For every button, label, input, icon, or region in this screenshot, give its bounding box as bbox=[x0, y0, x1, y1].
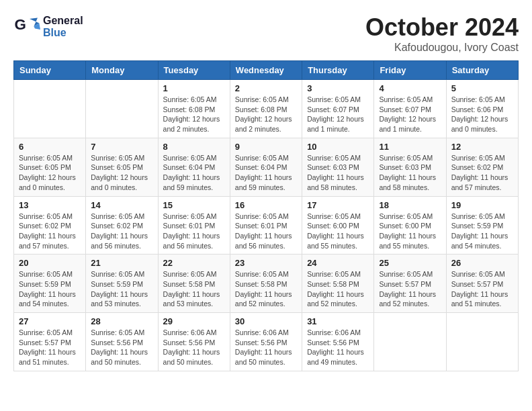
day-number: 10 bbox=[307, 142, 369, 152]
day-info: Sunrise: 6:05 AM Sunset: 6:02 PM Dayligh… bbox=[19, 212, 81, 251]
table-row: 12Sunrise: 6:05 AM Sunset: 6:02 PM Dayli… bbox=[446, 138, 518, 196]
header-monday: Monday bbox=[86, 61, 158, 80]
day-number: 14 bbox=[91, 200, 152, 210]
day-info: Sunrise: 6:05 AM Sunset: 6:01 PM Dayligh… bbox=[235, 212, 297, 251]
day-info: Sunrise: 6:05 AM Sunset: 6:03 PM Dayligh… bbox=[307, 153, 369, 193]
day-number: 16 bbox=[235, 200, 297, 210]
header-friday: Friday bbox=[374, 61, 446, 80]
calendar-table: Sunday Monday Tuesday Wednesday Thursday… bbox=[13, 60, 519, 371]
day-number: 27 bbox=[19, 316, 81, 326]
table-row: 11Sunrise: 6:05 AM Sunset: 6:03 PM Dayli… bbox=[374, 138, 446, 196]
day-info: Sunrise: 6:05 AM Sunset: 5:58 PM Dayligh… bbox=[307, 269, 369, 309]
table-row: 7Sunrise: 6:05 AM Sunset: 6:05 PM Daylig… bbox=[86, 138, 158, 196]
svg-text:G: G bbox=[15, 16, 26, 33]
day-number: 24 bbox=[307, 258, 369, 268]
logo: G General Blue bbox=[13, 13, 83, 40]
day-info: Sunrise: 6:05 AM Sunset: 6:00 PM Dayligh… bbox=[307, 212, 369, 251]
table-row bbox=[14, 80, 86, 138]
day-number: 8 bbox=[163, 142, 225, 152]
day-info: Sunrise: 6:05 AM Sunset: 5:58 PM Dayligh… bbox=[235, 269, 297, 309]
day-info: Sunrise: 6:05 AM Sunset: 6:04 PM Dayligh… bbox=[235, 153, 297, 193]
day-info: Sunrise: 6:06 AM Sunset: 5:56 PM Dayligh… bbox=[235, 328, 297, 367]
table-row: 31Sunrise: 6:06 AM Sunset: 5:56 PM Dayli… bbox=[302, 313, 374, 371]
day-number: 26 bbox=[451, 258, 513, 268]
day-info: Sunrise: 6:05 AM Sunset: 5:59 PM Dayligh… bbox=[91, 269, 152, 309]
day-info: Sunrise: 6:05 AM Sunset: 5:56 PM Dayligh… bbox=[91, 328, 152, 367]
table-row: 14Sunrise: 6:05 AM Sunset: 6:02 PM Dayli… bbox=[86, 196, 158, 255]
table-row: 27Sunrise: 6:05 AM Sunset: 5:57 PM Dayli… bbox=[14, 313, 86, 371]
day-info: Sunrise: 6:05 AM Sunset: 5:57 PM Dayligh… bbox=[451, 269, 513, 309]
logo-text: General Blue bbox=[43, 15, 83, 38]
day-info: Sunrise: 6:05 AM Sunset: 5:57 PM Dayligh… bbox=[19, 328, 81, 367]
day-info: Sunrise: 6:05 AM Sunset: 6:07 PM Dayligh… bbox=[307, 95, 369, 134]
table-row: 25Sunrise: 6:05 AM Sunset: 5:57 PM Dayli… bbox=[374, 255, 446, 313]
day-info: Sunrise: 6:05 AM Sunset: 6:01 PM Dayligh… bbox=[163, 212, 225, 251]
calendar-week-4: 20Sunrise: 6:05 AM Sunset: 5:59 PM Dayli… bbox=[14, 255, 519, 313]
header-thursday: Thursday bbox=[302, 61, 374, 80]
day-info: Sunrise: 6:05 AM Sunset: 6:04 PM Dayligh… bbox=[163, 153, 225, 193]
logo-blue-text: Blue bbox=[43, 27, 83, 39]
header-wednesday: Wednesday bbox=[230, 61, 302, 80]
table-row bbox=[86, 80, 158, 138]
calendar-header-row: Sunday Monday Tuesday Wednesday Thursday… bbox=[14, 61, 519, 80]
logo-general-text: General bbox=[43, 15, 83, 27]
day-info: Sunrise: 6:05 AM Sunset: 5:58 PM Dayligh… bbox=[163, 269, 225, 309]
calendar-week-3: 13Sunrise: 6:05 AM Sunset: 6:02 PM Dayli… bbox=[14, 196, 519, 255]
day-number: 15 bbox=[163, 200, 225, 210]
table-row: 16Sunrise: 6:05 AM Sunset: 6:01 PM Dayli… bbox=[230, 196, 302, 255]
table-row: 6Sunrise: 6:05 AM Sunset: 6:05 PM Daylig… bbox=[14, 138, 86, 196]
day-number: 5 bbox=[451, 83, 513, 93]
table-row: 26Sunrise: 6:05 AM Sunset: 5:57 PM Dayli… bbox=[446, 255, 518, 313]
table-row: 29Sunrise: 6:06 AM Sunset: 5:56 PM Dayli… bbox=[158, 313, 230, 371]
table-row bbox=[446, 313, 518, 371]
table-row: 5Sunrise: 6:05 AM Sunset: 6:06 PM Daylig… bbox=[446, 80, 518, 138]
day-info: Sunrise: 6:05 AM Sunset: 6:05 PM Dayligh… bbox=[91, 153, 152, 193]
table-row: 19Sunrise: 6:05 AM Sunset: 5:59 PM Dayli… bbox=[446, 196, 518, 255]
table-row: 8Sunrise: 6:05 AM Sunset: 6:04 PM Daylig… bbox=[158, 138, 230, 196]
day-number: 31 bbox=[307, 316, 369, 326]
header-saturday: Saturday bbox=[446, 61, 518, 80]
table-row: 9Sunrise: 6:05 AM Sunset: 6:04 PM Daylig… bbox=[230, 138, 302, 196]
day-number: 17 bbox=[307, 200, 369, 210]
day-info: Sunrise: 6:05 AM Sunset: 6:02 PM Dayligh… bbox=[451, 153, 513, 193]
day-number: 28 bbox=[91, 316, 152, 326]
location-text: Kafoudougou, Ivory Coast bbox=[365, 42, 519, 54]
table-row bbox=[374, 313, 446, 371]
page-header: G General Blue October 2024 Kafoudougou,… bbox=[13, 13, 519, 54]
day-info: Sunrise: 6:05 AM Sunset: 6:00 PM Dayligh… bbox=[379, 212, 441, 251]
day-number: 29 bbox=[163, 316, 225, 326]
day-number: 30 bbox=[235, 316, 297, 326]
day-info: Sunrise: 6:05 AM Sunset: 6:02 PM Dayligh… bbox=[91, 212, 152, 251]
calendar-week-5: 27Sunrise: 6:05 AM Sunset: 5:57 PM Dayli… bbox=[14, 313, 519, 371]
day-info: Sunrise: 6:05 AM Sunset: 5:59 PM Dayligh… bbox=[451, 212, 513, 251]
table-row: 18Sunrise: 6:05 AM Sunset: 6:00 PM Dayli… bbox=[374, 196, 446, 255]
day-number: 25 bbox=[379, 258, 441, 268]
day-info: Sunrise: 6:05 AM Sunset: 6:03 PM Dayligh… bbox=[379, 153, 441, 193]
table-row: 28Sunrise: 6:05 AM Sunset: 5:56 PM Dayli… bbox=[86, 313, 158, 371]
table-row: 10Sunrise: 6:05 AM Sunset: 6:03 PM Dayli… bbox=[302, 138, 374, 196]
day-number: 19 bbox=[451, 200, 513, 210]
day-info: Sunrise: 6:06 AM Sunset: 5:56 PM Dayligh… bbox=[163, 328, 225, 367]
day-number: 11 bbox=[379, 142, 441, 152]
day-number: 22 bbox=[163, 258, 225, 268]
day-number: 13 bbox=[19, 200, 81, 210]
table-row: 3Sunrise: 6:05 AM Sunset: 6:07 PM Daylig… bbox=[302, 80, 374, 138]
calendar-week-1: 1Sunrise: 6:05 AM Sunset: 6:08 PM Daylig… bbox=[14, 80, 519, 138]
day-number: 6 bbox=[19, 142, 81, 152]
header-tuesday: Tuesday bbox=[158, 61, 230, 80]
day-number: 2 bbox=[235, 83, 297, 93]
day-info: Sunrise: 6:05 AM Sunset: 6:08 PM Dayligh… bbox=[235, 95, 297, 134]
table-row: 2Sunrise: 6:05 AM Sunset: 6:08 PM Daylig… bbox=[230, 80, 302, 138]
day-number: 20 bbox=[19, 258, 81, 268]
table-row: 4Sunrise: 6:05 AM Sunset: 6:07 PM Daylig… bbox=[374, 80, 446, 138]
table-row: 22Sunrise: 6:05 AM Sunset: 5:58 PM Dayli… bbox=[158, 255, 230, 313]
day-number: 23 bbox=[235, 258, 297, 268]
month-title: October 2024 bbox=[365, 13, 519, 42]
table-row: 13Sunrise: 6:05 AM Sunset: 6:02 PM Dayli… bbox=[14, 196, 86, 255]
day-info: Sunrise: 6:05 AM Sunset: 6:08 PM Dayligh… bbox=[163, 95, 225, 134]
header-sunday: Sunday bbox=[14, 61, 86, 80]
day-number: 9 bbox=[235, 142, 297, 152]
day-info: Sunrise: 6:05 AM Sunset: 5:59 PM Dayligh… bbox=[19, 269, 81, 309]
day-number: 12 bbox=[451, 142, 513, 152]
day-number: 18 bbox=[379, 200, 441, 210]
